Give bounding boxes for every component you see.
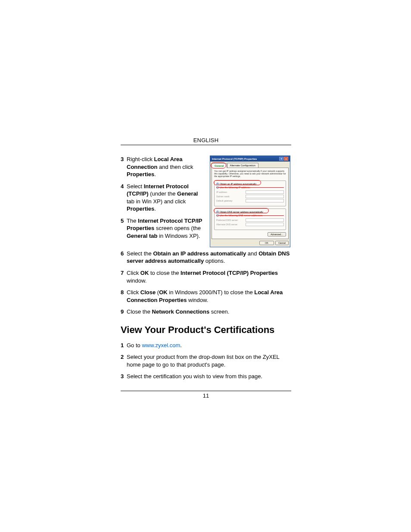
header-language: ENGLISH — [121, 137, 291, 145]
label-default-gateway: Default gateway: — [216, 199, 246, 202]
content-frame: ENGLISH 3 Right-click Local Area Connect… — [121, 137, 291, 399]
input-subnet-mask[interactable] — [246, 195, 284, 198]
step-9: 9 Close the Network Connections screen. — [121, 308, 291, 316]
step-text: The Internet Protocol TCP/IP Properties … — [127, 217, 206, 240]
radio-use-dns[interactable]: Use the following DNS server addresses: — [216, 214, 284, 217]
step-number: 9 — [121, 308, 127, 316]
tab-strip: General Alternate Configuration — [212, 163, 289, 168]
label-alternate-dns: Alternate DNS server: — [216, 223, 246, 226]
radio-icon — [216, 214, 219, 217]
certification-steps: 1 Go to www.zyxel.com. 2 Select your pro… — [121, 342, 291, 380]
input-alternate-dns[interactable] — [246, 223, 284, 226]
cert-step-2: 2 Select your product from the drop-down… — [121, 353, 291, 368]
dialog-title: Internet Protocol (TCP/IP) Properties — [212, 158, 257, 160]
tcpip-properties-dialog: Internet Protocol (TCP/IP) Properties ? … — [210, 156, 290, 247]
cancel-button[interactable]: Cancel — [275, 241, 289, 245]
radio-icon — [216, 183, 219, 185]
tab-alternate-configuration[interactable]: Alternate Configuration — [227, 163, 258, 168]
input-ip-address[interactable] — [246, 190, 284, 194]
radio-obtain-ip-auto[interactable]: Obtain an IP address automatically — [216, 183, 284, 185]
step-text: Select the certification you wish to vie… — [127, 373, 262, 380]
header-rule: ENGLISH — [121, 137, 291, 145]
ip-fields: IP address: Subnet mask: Default gateway… — [216, 190, 284, 202]
dns-settings-group: Obtain DNS server address automatically … — [214, 208, 286, 230]
ok-button[interactable]: OK — [259, 241, 274, 245]
step-text: Right-click Local Area Connection and th… — [127, 156, 206, 178]
step-text: Select the Obtain an IP address automati… — [127, 250, 291, 265]
input-default-gateway[interactable] — [246, 199, 284, 202]
radio-use-ip[interactable]: Use the following IP address: — [216, 186, 284, 189]
step-text: Close the Network Connections screen. — [127, 308, 229, 316]
tab-pane-general: You can get IP settings assigned automat… — [212, 168, 289, 239]
label-preferred-dns: Preferred DNS server: — [216, 219, 246, 221]
step-6: 6 Select the Obtain an IP address automa… — [121, 250, 291, 265]
steps-list-full: 6 Select the Obtain an IP address automa… — [121, 250, 291, 316]
step-4: 4 Select Internet Protocol (TCP/IP) (und… — [121, 183, 206, 213]
step-number: 8 — [121, 289, 127, 304]
label-ip-address: IP address: — [216, 191, 246, 193]
red-circle-annotation — [211, 162, 226, 168]
zyxel-link[interactable]: www.zyxel.com — [142, 342, 180, 348]
step-number: 1 — [121, 342, 127, 349]
two-column-layout: 3 Right-click Local Area Connection and … — [121, 156, 291, 247]
step-text: Go to www.zyxel.com. — [127, 342, 182, 349]
step-number: 4 — [121, 183, 127, 213]
step-3: 3 Right-click Local Area Connection and … — [121, 156, 206, 178]
step-5: 5 The Internet Protocol TCP/IP Propertie… — [121, 217, 206, 240]
step-number: 3 — [121, 156, 127, 178]
label-subnet-mask: Subnet mask: — [216, 195, 246, 198]
step-number: 6 — [121, 250, 127, 265]
footer-rule: 11 — [121, 391, 291, 399]
section-title-certifications: View Your Product's Certifications — [121, 324, 291, 336]
ip-settings-group: Obtain an IP address automatically Use t… — [214, 180, 286, 206]
radio-icon — [216, 186, 219, 189]
page: ENGLISH 3 Right-click Local Area Connect… — [0, 0, 411, 532]
steps-list-top: 3 Right-click Local Area Connection and … — [121, 156, 206, 240]
dns-fields: Preferred DNS server: Alternate DNS serv… — [216, 218, 284, 226]
step-number: 5 — [121, 217, 127, 240]
radio-icon — [216, 211, 219, 213]
right-column: Internet Protocol (TCP/IP) Properties ? … — [210, 156, 291, 247]
tab-general[interactable]: General — [212, 163, 227, 168]
cert-step-1: 1 Go to www.zyxel.com. — [121, 342, 291, 349]
step-7: 7 Click OK to close the Internet Protoco… — [121, 269, 291, 284]
step-number: 2 — [121, 353, 127, 368]
dialog-intro: You can get IP settings assigned automat… — [214, 170, 286, 178]
titlebar-buttons: ? × — [279, 157, 288, 161]
advanced-button[interactable]: Advanced... — [268, 232, 286, 236]
step-8: 8 Click Close (OK in Windows 2000/NT) to… — [121, 289, 291, 304]
step-text: Click OK to close the Internet Protocol … — [127, 269, 291, 284]
step-number: 7 — [121, 269, 127, 284]
dialog-titlebar: Internet Protocol (TCP/IP) Properties ? … — [210, 156, 290, 162]
step-number: 3 — [121, 373, 127, 380]
step-text: Select Internet Protocol (TCP/IP) (under… — [127, 183, 206, 213]
page-number: 11 — [203, 392, 209, 399]
close-icon[interactable]: × — [284, 157, 288, 161]
input-preferred-dns[interactable] — [246, 218, 284, 222]
step-text: Select your product from the drop-down l… — [127, 353, 291, 368]
cert-step-3: 3 Select the certification you wish to v… — [121, 373, 291, 380]
radio-obtain-dns-auto[interactable]: Obtain DNS server address automatically — [216, 211, 284, 213]
help-icon[interactable]: ? — [279, 157, 283, 161]
advanced-row: Advanced... — [214, 232, 286, 236]
dialog-body: General Alternate Configuration You can … — [210, 162, 290, 247]
left-column: 3 Right-click Local Area Connection and … — [121, 156, 210, 247]
dialog-footer-buttons: OK Cancel — [212, 241, 289, 245]
step-text: Click Close (OK in Windows 2000/NT) to c… — [127, 289, 291, 304]
